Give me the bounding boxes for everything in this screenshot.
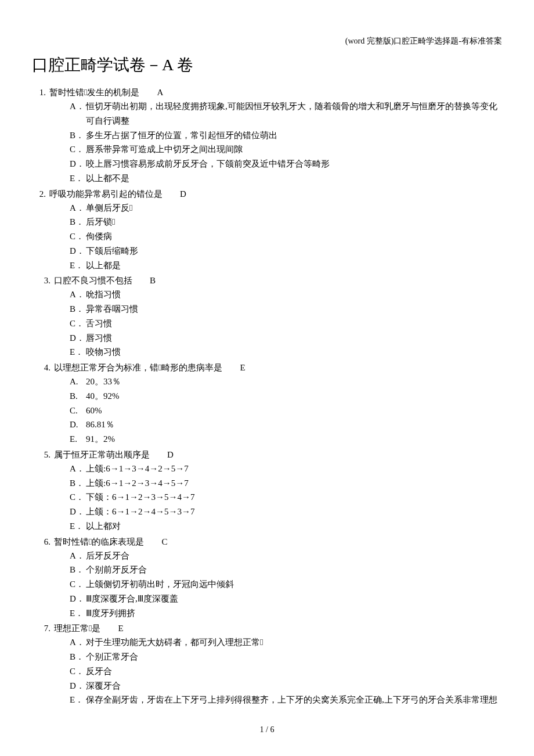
question-stem-text: 暂时性错𬌗发生的机制是 [49, 88, 139, 97]
question-number: 6. [32, 535, 54, 549]
option-text: 咬物习惯 [86, 345, 502, 359]
options-list: A．后牙反牙合B．个别前牙反牙合C．上颌侧切牙初萌出时，牙冠向远中倾斜D．Ⅲ度深… [32, 549, 502, 621]
option-text: 60% [86, 404, 502, 418]
option-text: 20。33％ [86, 375, 502, 389]
option: B．后牙锁𬌗 [70, 215, 502, 229]
options-list: A．上颌:6→1→3→4→2→5→7B．上颌:6→1→2→3→4→5→7C．下颌… [32, 462, 502, 534]
option-text: 上颌侧切牙初萌出时，牙冠向远中倾斜 [86, 577, 502, 592]
option-letter: D． [70, 505, 86, 519]
option-letter: D． [70, 244, 86, 258]
option: C．佝偻病 [70, 229, 502, 244]
option: C.60% [70, 404, 502, 418]
option-text: 以上都不是 [86, 171, 502, 186]
options-list: A．单侧后牙反𬌗B．后牙锁𬌗C．佝偻病D．下颌后缩畸形E．以上都是 [32, 201, 502, 273]
question-answer: A [157, 88, 163, 97]
option-letter: D． [70, 592, 86, 606]
option: A．恒切牙萌出初期，出现轻度拥挤现象,可能因恒牙较乳牙大，随着颌骨的增大和乳磨牙… [70, 99, 502, 128]
option-text: 单侧后牙反𬌗 [86, 201, 502, 215]
option-letter: C． [70, 316, 86, 331]
option-letter: B． [70, 215, 86, 229]
option: D．咬上唇习惯容易形成前牙反牙合，下颌前突及近中错牙合等畸形 [70, 157, 502, 171]
page-footer: 1 / 6 [32, 723, 502, 736]
option: A．上颌:6→1→3→4→2→5→7 [70, 462, 502, 476]
option-letter: E． [70, 519, 86, 534]
option-letter: A． [70, 549, 86, 563]
question-line: 6.暂时性错𬌗的临床表现是C [32, 535, 502, 549]
option: A．对于生理功能无大妨碍者，都可列入理想正常𬌗 [70, 635, 502, 650]
option-letter: E． [70, 606, 86, 621]
option: E.91。2% [70, 432, 502, 447]
option: E．以上都对 [70, 519, 502, 534]
question-answer: E [118, 624, 123, 633]
option-letter: A. [70, 375, 86, 389]
option: E．咬物习惯 [70, 345, 502, 359]
question-answer: B [150, 276, 156, 285]
option: C．反牙合 [70, 664, 502, 679]
question-number: 2. [32, 187, 49, 201]
option: B.40。92% [70, 389, 502, 404]
question: 7.理想正常𬌗是EA．对于生理功能无大妨碍者，都可列入理想正常𬌗B．个别正常牙合… [32, 621, 502, 707]
option-text: 40。92% [86, 389, 502, 404]
option-letter: C． [70, 142, 86, 157]
option-text: 86.81％ [86, 417, 502, 432]
option-letter: B． [70, 650, 86, 664]
question-stem: 暂时性错𬌗的临床表现是C [54, 535, 502, 549]
question-stem-text: 暂时性错𬌗的临床表现是 [54, 537, 144, 546]
option: E．以上都是 [70, 258, 502, 273]
option: D．上颌：6→1→2→4→5→3→7 [70, 505, 502, 519]
option-text: 后牙锁𬌗 [86, 215, 502, 229]
question-stem: 暂时性错𬌗发生的机制是A [49, 85, 502, 99]
question-stem: 以理想正常牙合为标准，错𬌗畸形的患病率是E [54, 361, 502, 375]
option-text: 吮指习惯 [86, 287, 502, 302]
option-text: 上颌：6→1→2→4→5→3→7 [86, 505, 502, 519]
option-text: 反牙合 [86, 664, 502, 679]
question-answer: C [161, 537, 167, 546]
questions-list: 1.暂时性错𬌗发生的机制是AA．恒切牙萌出初期，出现轻度拥挤现象,可能因恒牙较乳… [32, 85, 502, 707]
option: D．下颌后缩畸形 [70, 244, 502, 258]
option-text: 个别前牙反牙合 [86, 563, 502, 577]
option: B．异常吞咽习惯 [70, 302, 502, 316]
option-letter: B. [70, 389, 86, 404]
option-letter: B． [70, 476, 86, 491]
question-stem-text: 理想正常𬌗是 [54, 624, 100, 633]
header-note: (word 完整版)口腔正畸学选择题-有标准答案 [32, 35, 502, 48]
page-title: 口腔正畸学试卷－A 卷 [32, 52, 502, 78]
option: E．保存全副牙齿，牙齿在上下牙弓上排列得很整齐，上下牙的尖窝关系完全正确,上下牙… [70, 693, 502, 707]
question-stem: 理想正常𬌗是E [54, 621, 502, 635]
question-line: 2.呼吸功能异常易引起的错位是D [32, 187, 502, 201]
question-answer: D [180, 189, 186, 199]
option: E．以上都不是 [70, 171, 502, 186]
option: C．下颌：6→1→2→3→5→4→7 [70, 490, 502, 505]
question-stem: 属于恒牙正常萌出顺序是D [54, 448, 502, 462]
option-text: 唇系带异常可造成上中切牙之间出现间隙 [86, 142, 502, 157]
question-number: 4. [32, 361, 54, 375]
option-letter: B． [70, 302, 86, 316]
option-letter: E． [70, 258, 86, 273]
options-list: A．吮指习惯B．异常吞咽习惯C．舌习惯D．唇习惯E．咬物习惯 [32, 287, 502, 359]
question-number: 1. [32, 85, 49, 99]
option: C．舌习惯 [70, 316, 502, 331]
option-letter: E． [70, 345, 86, 359]
option-text: 佝偻病 [86, 229, 502, 244]
question-line: 1.暂时性错𬌗发生的机制是A [32, 85, 502, 99]
option-text: 91。2% [86, 432, 502, 447]
option-letter: C． [70, 664, 86, 679]
question: 4.以理想正常牙合为标准，错𬌗畸形的患病率是EA.20。33％B.40。92%C… [32, 361, 502, 447]
option-letter: C． [70, 229, 86, 244]
option-text: 舌习惯 [86, 316, 502, 331]
question-answer: E [240, 363, 245, 372]
question-stem: 口腔不良习惯不包括B [54, 273, 502, 287]
option-text: 唇习惯 [86, 331, 502, 345]
option-text: 个别正常牙合 [86, 650, 502, 664]
option-letter: B． [70, 128, 86, 143]
option-text: 恒切牙萌出初期，出现轻度拥挤现象,可能因恒牙较乳牙大，随着颌骨的增大和乳磨牙与恒… [86, 99, 502, 128]
option-letter: E. [70, 432, 86, 447]
option: E．Ⅲ度牙列拥挤 [70, 606, 502, 621]
question-stem-text: 以理想正常牙合为标准，错𬌗畸形的患病率是 [54, 363, 222, 372]
option-letter: C． [70, 490, 86, 505]
question-number: 7. [32, 621, 54, 635]
option-letter: D． [70, 331, 86, 345]
option: A.20。33％ [70, 375, 502, 389]
option-text: 后牙反牙合 [86, 549, 502, 563]
option-letter: A． [70, 462, 86, 476]
